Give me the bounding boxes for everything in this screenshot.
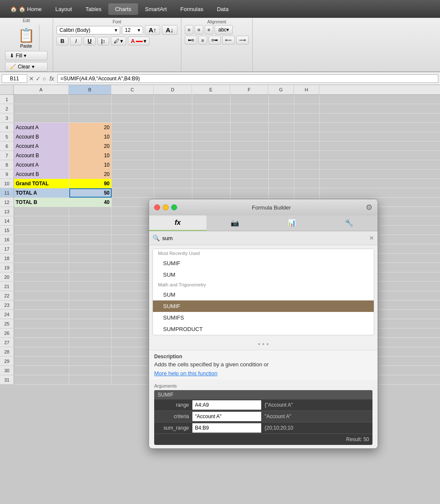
font-size-increase-button[interactable]: A↑ [145,25,160,35]
tab-formula[interactable]: fx [149,215,206,231]
cell-a8[interactable]: Account A [14,160,69,170]
cell-d9[interactable] [154,170,192,179]
cell-e1[interactable] [192,95,231,104]
cell-g10[interactable] [269,179,294,188]
cell-b8[interactable]: 10 [69,160,112,170]
cell-c7[interactable] [112,151,154,160]
row-num-20[interactable]: 20 [0,272,14,282]
col-header-d[interactable]: D [154,85,192,94]
cell-g2[interactable] [269,104,294,113]
cell-b5[interactable]: 10 [69,132,112,142]
cell-f9[interactable] [231,170,269,179]
row-num-29[interactable]: 29 [0,357,14,366]
cell-b13[interactable] [69,207,112,216]
cell-g9[interactable] [269,170,294,179]
strikethrough-button[interactable]: |↕ [97,37,109,45]
row-num-30[interactable]: 30 [0,366,14,375]
cell-d8[interactable] [154,160,192,170]
indent-left-button[interactable]: ⟵ [222,36,235,45]
row-num-13[interactable]: 13 [0,207,14,216]
cell-h9[interactable] [294,170,320,179]
cell-b3[interactable] [69,113,112,123]
cell-b1[interactable] [69,95,112,104]
cell-g1[interactable] [269,95,294,104]
list-item-sumproduct[interactable]: SUMPRODUCT [153,323,374,335]
cell-c5[interactable] [112,132,154,142]
highlight-color-button[interactable]: 🖊 ▾ [111,37,126,45]
cell-a10[interactable]: Grand TOTAL [14,179,69,188]
cell-c11[interactable] [112,188,154,198]
cell-f7[interactable] [231,151,269,160]
cell-a3[interactable] [14,113,69,123]
row-num-9[interactable]: 9 [0,170,14,179]
col-header-b[interactable]: B [69,85,111,94]
cell-f6[interactable] [231,142,269,151]
cell-e5[interactable] [192,132,231,142]
cell-c3[interactable] [112,113,154,123]
row-num-19[interactable]: 19 [0,263,14,272]
cell-a7[interactable]: Account B [14,151,69,160]
italic-button[interactable]: I [70,37,82,45]
tab-settings[interactable]: 🔧 [321,215,378,231]
font-color-button[interactable]: A ▾ [128,37,149,45]
cell-c4[interactable] [112,123,154,132]
fill-button[interactable]: ⬇ Fill ▾ [5,51,48,60]
cell-e11[interactable] [192,188,231,198]
cell-h10[interactable] [294,179,320,188]
cell-e9[interactable] [192,170,231,179]
font-name-dropdown[interactable]: Calibri (Body) ▾ [56,26,120,34]
row-num-4[interactable]: 4 [0,123,14,132]
cell-f8[interactable] [231,160,269,170]
align-right-top-button[interactable]: ≡ [205,25,213,34]
cell-d1[interactable] [154,95,192,104]
cell-a11[interactable]: TOTAL A [14,188,69,198]
cell-c1[interactable] [112,95,154,104]
cell-d4[interactable] [154,123,192,132]
col-header-f[interactable]: F [230,85,268,94]
cell-e10[interactable] [192,179,231,188]
minimize-window-button[interactable] [163,204,169,210]
font-size-decrease-button[interactable]: A↓ [162,25,177,35]
maximize-window-button[interactable] [171,204,177,210]
row-num-31[interactable]: 31 [0,375,14,385]
list-item-sumifs[interactable]: SUMIFS [153,312,374,323]
align-left-button[interactable]: ⬅≡ [185,36,197,45]
cell-e6[interactable] [192,142,231,151]
cancel-formula-button[interactable]: ✕ [29,75,34,82]
row-num-17[interactable]: 17 [0,244,14,254]
cell-b9[interactable]: 20 [69,170,112,179]
row-num-22[interactable]: 22 [0,291,14,300]
cell-d5[interactable] [154,132,192,142]
cell-h8[interactable] [294,160,320,170]
row-num-28[interactable]: 28 [0,347,14,357]
cell-e8[interactable] [192,160,231,170]
cell-h4[interactable] [294,123,320,132]
menu-item-formulas[interactable]: Formulas [174,3,210,15]
row-num-5[interactable]: 5 [0,132,14,142]
cell-c12[interactable] [112,198,154,207]
menu-item-layout[interactable]: Layout [48,3,79,15]
cell-b10[interactable]: 90 [69,179,112,188]
row-num-11[interactable]: 11 [0,188,14,198]
arg-sum-range-input[interactable] [192,423,261,433]
indent-right-button[interactable]: ⟶ [236,36,249,45]
cell-h3[interactable] [294,113,320,123]
cell-a9[interactable]: Account B [14,170,69,179]
align-left-top-button[interactable]: ≡ [185,25,193,34]
align-center-button[interactable]: ≡ [198,36,207,45]
cell-b2[interactable] [69,104,112,113]
menu-item-smartart[interactable]: SmartArt [138,3,173,15]
cell-d6[interactable] [154,142,192,151]
cell-e2[interactable] [192,104,231,113]
cell-c9[interactable] [112,170,154,179]
row-num-7[interactable]: 7 [0,151,14,160]
row-num-24[interactable]: 24 [0,310,14,319]
cell-f1[interactable] [231,95,269,104]
cell-g3[interactable] [269,113,294,123]
list-item-sum-math[interactable]: SUM [153,289,374,300]
cell-f10[interactable] [231,179,269,188]
list-item-sum-recent[interactable]: SUM [153,269,374,280]
gear-icon[interactable]: ⚙ [366,203,372,212]
cell-b4[interactable]: 20 [69,123,112,132]
cell-h6[interactable] [294,142,320,151]
